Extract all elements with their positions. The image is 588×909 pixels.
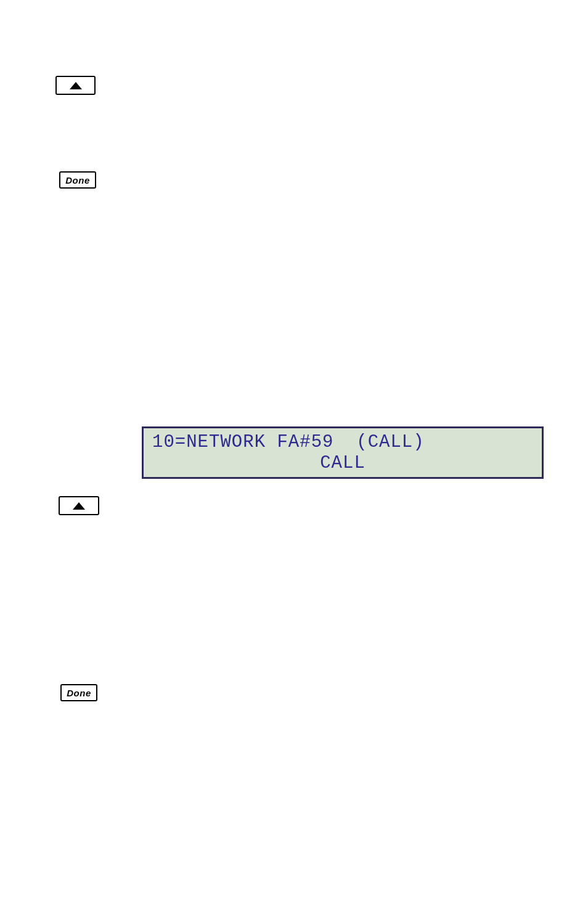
arrow-up-icon <box>70 82 82 89</box>
arrow-up-button-1[interactable] <box>55 76 96 95</box>
arrow-up-icon <box>73 502 85 510</box>
done-button-2[interactable]: Done <box>60 684 97 701</box>
arrow-up-button-2[interactable] <box>59 496 99 515</box>
done-label: Done <box>65 175 90 185</box>
done-button-1[interactable]: Done <box>59 171 96 189</box>
done-label: Done <box>67 688 91 698</box>
lcd-line-2: CALL <box>152 453 533 473</box>
lcd-display: 10=NETWORK FA#59 (CALL) CALL <box>142 426 544 479</box>
lcd-line-1: 10=NETWORK FA#59 (CALL) <box>152 432 533 452</box>
